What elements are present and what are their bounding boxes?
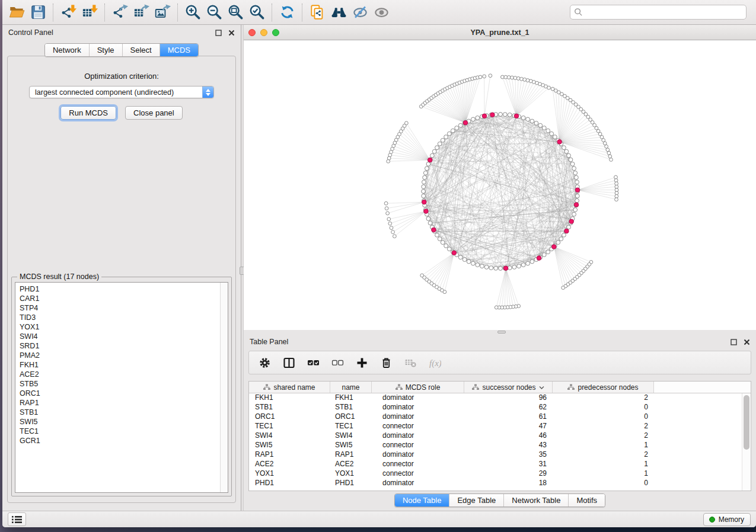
graph-node[interactable] <box>458 123 462 127</box>
cell-shared_name[interactable]: SWI5 <box>249 441 330 450</box>
graph-node[interactable] <box>441 138 445 142</box>
graph-node[interactable] <box>534 121 538 126</box>
graph-node[interactable] <box>526 117 530 121</box>
graph-node[interactable] <box>521 116 525 120</box>
mcds-result-item[interactable]: TEC1 <box>20 427 216 436</box>
close-table-panel-icon[interactable] <box>744 339 750 345</box>
cell-successor_nodes[interactable]: 62 <box>464 403 553 412</box>
delete-column-button[interactable] <box>379 355 393 370</box>
graph-node[interactable] <box>435 233 439 237</box>
graph-node[interactable] <box>550 132 554 136</box>
graph-hub-node[interactable] <box>564 229 569 233</box>
cell-successor_nodes[interactable]: 46 <box>464 431 553 441</box>
import-network-button[interactable] <box>58 2 79 23</box>
horizontal-splitter[interactable] <box>244 330 756 334</box>
table-row[interactable]: YOX1YOX1connector291 <box>249 469 742 479</box>
cell-name[interactable]: TEC1 <box>330 422 372 431</box>
mcds-result-item[interactable]: YOX1 <box>20 322 216 332</box>
mcds-result-item[interactable]: STP4 <box>20 303 216 313</box>
zoom-fit-button[interactable] <box>225 2 246 23</box>
graph-node[interactable] <box>508 113 512 117</box>
zoom-in-button[interactable] <box>182 2 203 23</box>
graph-hub-node[interactable] <box>557 140 562 145</box>
mcds-result-scrollbar[interactable] <box>220 283 228 492</box>
graph-node[interactable] <box>501 75 505 79</box>
cell-shared_name[interactable]: ORC1 <box>249 412 330 422</box>
save-session-button[interactable] <box>27 2 49 23</box>
table-tab-node-table[interactable]: Node Table <box>395 494 449 507</box>
graph-node[interactable] <box>610 158 613 162</box>
cell-predecessor_nodes[interactable]: 2 <box>553 450 654 460</box>
network-canvas[interactable] <box>244 40 756 330</box>
column-header-predecessor-nodes[interactable]: predecessor nodes <box>553 382 654 393</box>
table-row[interactable]: FKH1FKH1dominator962 <box>249 393 742 403</box>
graph-node[interactable] <box>479 75 482 79</box>
cell-mcds_role[interactable]: connector <box>372 469 464 479</box>
close-panel-icon[interactable] <box>228 30 235 36</box>
mcds-result-item[interactable]: TID3 <box>20 313 216 322</box>
cell-predecessor_nodes[interactable]: 2 <box>553 422 654 431</box>
run-mcds-button[interactable]: Run MCDS <box>60 106 116 120</box>
graph-node[interactable] <box>615 182 618 185</box>
cell-shared_name[interactable]: SWI4 <box>249 431 330 441</box>
graph-node[interactable] <box>546 250 550 254</box>
cell-predecessor_nodes[interactable]: 0 <box>553 412 654 422</box>
graph-node[interactable] <box>538 123 543 127</box>
graph-node[interactable] <box>511 76 514 79</box>
graph-node[interactable] <box>567 225 571 229</box>
mcds-result-item[interactable]: STB1 <box>20 408 216 417</box>
graph-hub-node[interactable] <box>432 227 436 232</box>
cell-predecessor_nodes[interactable]: 1 <box>553 441 654 450</box>
graph-node[interactable] <box>495 306 498 309</box>
graph-node[interactable] <box>393 235 397 238</box>
task-history-button[interactable] <box>8 512 26 526</box>
mcds-result-item[interactable]: STB5 <box>20 379 216 389</box>
graph-node[interactable] <box>605 145 608 148</box>
table-tab-network-table[interactable]: Network Table <box>503 494 568 507</box>
graph-node[interactable] <box>615 198 618 201</box>
graph-hub-node[interactable] <box>452 251 457 255</box>
deselect-all-checks-button[interactable] <box>330 355 344 370</box>
table-row[interactable]: PHD1PHD1dominator180 <box>249 479 742 488</box>
graph-node[interactable] <box>521 263 525 267</box>
cell-successor_nodes[interactable]: 31 <box>464 460 553 469</box>
graph-node[interactable] <box>513 76 517 80</box>
graph-node[interactable] <box>569 158 573 162</box>
graph-node[interactable] <box>562 146 566 150</box>
graph-node[interactable] <box>451 129 455 133</box>
graph-node[interactable] <box>553 135 557 139</box>
horizontal-splitter-grip[interactable] <box>497 331 506 334</box>
cell-mcds_role[interactable]: connector <box>372 441 464 450</box>
share-document-button[interactable] <box>307 2 328 23</box>
graph-node[interactable] <box>575 175 579 180</box>
network-graph[interactable] <box>244 40 756 330</box>
table-row[interactable]: TEC1TEC1connector472 <box>249 422 742 431</box>
cell-mcds_role[interactable]: connector <box>372 460 464 469</box>
cell-shared_name[interactable]: RAP1 <box>249 450 330 460</box>
cell-mcds_role[interactable]: dominator <box>372 431 464 441</box>
graph-node[interactable] <box>606 148 610 152</box>
add-column-button[interactable] <box>355 355 369 370</box>
graph-node[interactable] <box>546 129 550 133</box>
graph-node[interactable] <box>422 194 426 198</box>
cell-name[interactable]: FKH1 <box>330 393 372 403</box>
cell-name[interactable]: STB1 <box>330 403 372 412</box>
cell-name[interactable]: ORC1 <box>330 412 372 422</box>
graph-node[interactable] <box>526 79 529 82</box>
graph-node[interactable] <box>499 267 503 271</box>
search-input[interactable] <box>570 5 747 20</box>
maximize-window-icon[interactable] <box>272 29 279 36</box>
zoom-out-button[interactable] <box>203 2 225 23</box>
cell-predecessor_nodes[interactable]: 1 <box>553 460 654 469</box>
graph-node[interactable] <box>387 217 391 221</box>
graph-node[interactable] <box>432 149 436 153</box>
graph-node[interactable] <box>615 191 618 195</box>
cell-successor_nodes[interactable]: 29 <box>464 469 553 479</box>
graph-hub-node[interactable] <box>514 114 519 118</box>
mcds-result-item[interactable]: PMA2 <box>20 351 216 360</box>
column-header-MCDS-role[interactable]: MCDS role <box>372 382 464 393</box>
graph-node[interactable] <box>575 180 579 184</box>
graph-node[interactable] <box>507 76 511 79</box>
table-row[interactable]: SWI5SWI5connector431 <box>249 441 742 450</box>
cell-name[interactable]: SWI5 <box>330 441 372 450</box>
